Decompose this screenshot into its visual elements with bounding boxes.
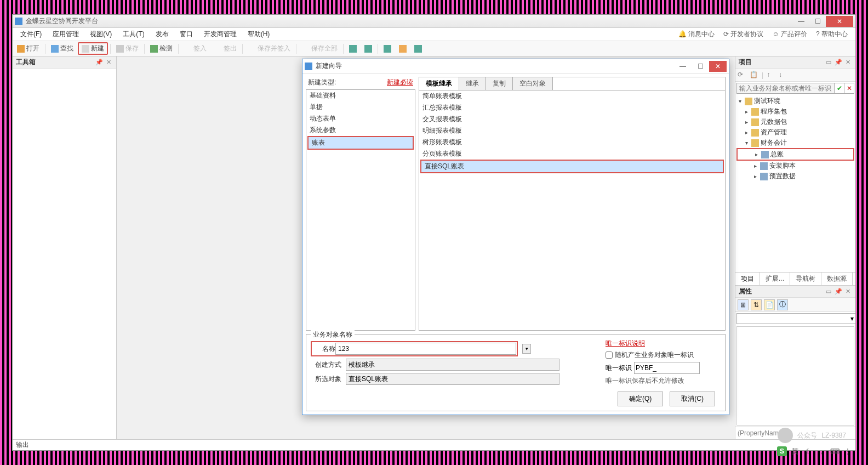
tab-blank[interactable]: 空白对象	[513, 77, 553, 90]
ime-moon-icon[interactable]: ☾	[803, 446, 813, 456]
project-float-icon[interactable]: ▭	[824, 59, 833, 66]
tree-node[interactable]: ▸程序集包	[736, 106, 854, 117]
tab-project[interactable]: 项目	[735, 273, 760, 285]
selected-obj-label: 所选对象	[311, 375, 341, 384]
template-item[interactable]: 树形账表模板	[419, 137, 725, 148]
template-list[interactable]: 简单账表模板 汇总报表模板 交叉报表模板 明细报表模板 树形账表模板 分页账表模…	[419, 90, 726, 331]
random-id-checkbox[interactable]	[606, 351, 613, 359]
menu-devmgr[interactable]: 开发商管理	[198, 29, 242, 40]
tab-copy[interactable]: 复制	[486, 77, 513, 90]
ime-kbd-icon[interactable]: ⌨	[830, 446, 840, 456]
tool-extra-3[interactable]	[380, 44, 395, 54]
template-item[interactable]: 分页账表模板	[419, 148, 725, 160]
tab-nav[interactable]: 导航树	[790, 273, 821, 285]
unique-id-input[interactable]	[634, 362, 700, 374]
group-title: 业务对象名称	[311, 330, 355, 339]
search-clear-icon[interactable]: ✕	[844, 83, 854, 93]
props-close-icon[interactable]: ✕	[844, 288, 852, 295]
tree-node[interactable]: ▾财务会计	[736, 138, 854, 148]
project-tree[interactable]: ▾测试环境▸程序集包▸元数据包▸资产管理▾财务会计▸总账▸安装脚本▸预置数据	[735, 95, 855, 272]
link-dev-agreement[interactable]: ⟳ 开发者协议	[723, 30, 763, 39]
props-cat-icon[interactable]: ⊞	[738, 299, 749, 310]
template-item[interactable]: 明细报表模板	[419, 125, 725, 137]
menu-app[interactable]: 应用管理	[47, 29, 84, 40]
maximize-button[interactable]: ☐	[809, 16, 826, 27]
toolbox-pin-icon[interactable]: 📌	[94, 59, 105, 66]
tool-extra-5[interactable]	[411, 44, 425, 54]
template-item-selected[interactable]: 直接SQL账表	[420, 160, 724, 173]
selected-obj-field	[346, 373, 559, 385]
tool-check[interactable]: 检测	[147, 43, 176, 54]
close-button[interactable]: ✕	[826, 16, 853, 27]
tab-template-inherit[interactable]: 模板继承	[419, 77, 459, 90]
titlebar: 金蝶云星空协同开发平台 — ☐ ✕	[13, 15, 855, 28]
props-page-icon[interactable]: 📄	[764, 299, 775, 310]
props-float-icon[interactable]: ▭	[824, 288, 833, 295]
type-item[interactable]: 基础资料	[306, 90, 415, 101]
tool-extra-2[interactable]	[361, 44, 375, 54]
template-item[interactable]: 交叉报表模板	[419, 114, 725, 125]
random-id-label: 随机产生业务对象唯一标识	[615, 350, 694, 360]
link-messages[interactable]: 🔔 消息中心	[678, 30, 715, 39]
new-readme-link[interactable]: 新建必读	[387, 78, 413, 87]
tree-node[interactable]: ▸总账	[736, 148, 854, 161]
tool-find[interactable]: 查找	[48, 43, 77, 54]
tab-inherit[interactable]: 继承	[459, 77, 486, 90]
id-info-link[interactable]: 唯一标识说明	[606, 339, 645, 347]
menu-view[interactable]: 视图(V)	[84, 29, 117, 40]
menu-file[interactable]: 文件(F)	[15, 29, 47, 40]
name-dropdown-icon[interactable]: ▾	[522, 344, 531, 354]
tool-extra-1[interactable]	[346, 44, 360, 54]
new-type-label: 新建类型:	[308, 78, 387, 87]
refresh-icon[interactable]: ⟳	[738, 71, 746, 80]
project-search-input[interactable]	[737, 83, 834, 93]
type-item[interactable]: 单据	[306, 101, 415, 113]
tab-datasource[interactable]: 数据源	[821, 273, 853, 285]
toolbox-close-icon[interactable]: ✕	[105, 59, 113, 66]
up-icon[interactable]: ↑	[767, 71, 775, 80]
props-sort-icon[interactable]: ⇅	[751, 299, 762, 310]
project-panel: 项目 ▭ 📌 ✕ ⟳ 📋 | ↑ ↓ ✔ ✕ ▾测试环境▸程序集包▸	[735, 56, 855, 286]
project-pin-icon[interactable]: 📌	[833, 59, 844, 66]
dialog-min-button[interactable]: —	[674, 61, 692, 72]
minimize-button[interactable]: —	[793, 16, 809, 27]
ime-more-icon[interactable]: ⋮	[843, 446, 853, 456]
menu-publish[interactable]: 发布	[150, 29, 174, 40]
ok-button[interactable]: 确定(Q)	[618, 392, 663, 406]
ime-punct-icon[interactable]: ,	[816, 446, 826, 456]
type-item[interactable]: 系统参数	[306, 124, 415, 136]
link-help[interactable]: ? 帮助中心	[816, 30, 848, 39]
create-mode-field	[346, 359, 559, 371]
cancel-button[interactable]: 取消(C)	[670, 392, 715, 406]
tool-new[interactable]: 新建	[78, 42, 108, 55]
tab-ext[interactable]: 扩展...	[760, 273, 790, 285]
menu-help[interactable]: 帮助(H)	[242, 29, 276, 40]
copy-icon[interactable]: 📋	[750, 71, 758, 80]
type-item[interactable]: 动态表单	[306, 113, 415, 124]
tool-extra-4[interactable]	[396, 44, 410, 54]
menu-window[interactable]: 窗口	[174, 29, 198, 40]
template-item[interactable]: 简单账表模板	[419, 90, 725, 102]
props-selector[interactable]: ▾	[736, 313, 855, 324]
tree-node[interactable]: ▸资产管理	[736, 127, 854, 138]
tree-node[interactable]: ▸预置数据	[736, 171, 854, 182]
down-icon[interactable]: ↓	[779, 71, 787, 80]
new-type-list[interactable]: 基础资料 单据 动态表单 系统参数 账表	[306, 89, 415, 331]
tree-node[interactable]: ▸安装脚本	[736, 161, 854, 171]
tree-node[interactable]: ▾测试环境	[736, 96, 854, 106]
name-input[interactable]	[335, 343, 516, 355]
dialog-close-button[interactable]: ✕	[709, 61, 727, 72]
project-close-icon[interactable]: ✕	[844, 59, 852, 66]
app-logo-icon	[15, 18, 22, 25]
search-ok-icon[interactable]: ✔	[834, 83, 844, 93]
dialog-max-button[interactable]: ☐	[692, 61, 709, 72]
tool-open[interactable]: 打开	[14, 43, 43, 54]
link-rating[interactable]: ☺ 产品评价	[772, 30, 807, 39]
props-info-icon[interactable]: ⓘ	[777, 299, 788, 310]
ime-lang[interactable]: 英	[790, 446, 800, 456]
props-pin-icon[interactable]: 📌	[833, 288, 844, 295]
type-item-selected[interactable]: 账表	[307, 136, 414, 150]
menu-tools[interactable]: 工具(T)	[117, 29, 150, 40]
template-item[interactable]: 汇总报表模板	[419, 102, 725, 114]
tree-node[interactable]: ▸元数据包	[736, 117, 854, 127]
